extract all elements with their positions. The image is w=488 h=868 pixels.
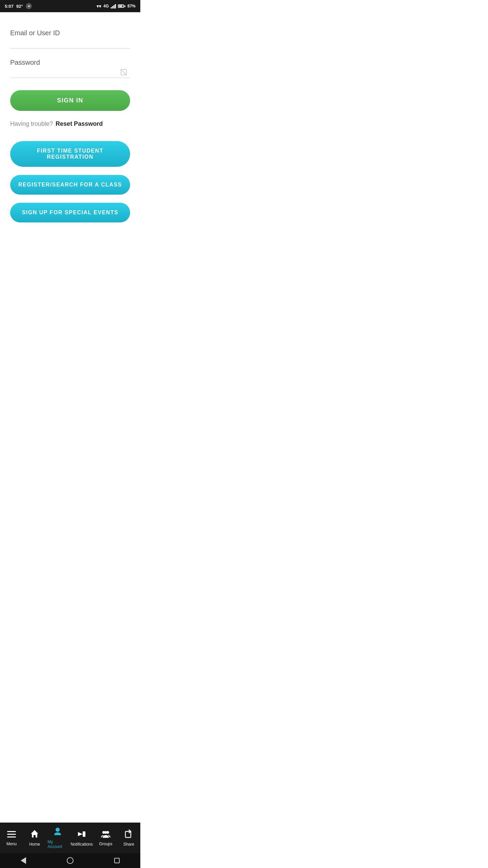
trouble-row: Having trouble? Reset Password (10, 120, 130, 127)
signal-bars (111, 4, 116, 8)
register-search-button[interactable]: REGISTER/SEARCH FOR A CLASS (10, 175, 130, 195)
email-label: Email or User ID (10, 29, 60, 37)
password-section: Password (10, 59, 130, 78)
show-password-icon[interactable] (120, 68, 127, 76)
network-type: 4G (103, 4, 109, 8)
trouble-text: Having trouble? (10, 120, 53, 127)
app-notification-icon: ✦ (26, 3, 32, 9)
svg-line-1 (121, 70, 127, 75)
main-content: Email or User ID Password SIGN IN Having… (0, 12, 140, 287)
status-left: 5:07 92° ✦ (5, 3, 32, 9)
status-right: ▾▾ 4G 87% (97, 4, 136, 9)
password-label: Password (10, 59, 40, 66)
status-temp: 92° (16, 4, 23, 9)
email-input[interactable] (10, 37, 130, 48)
password-input[interactable] (10, 66, 130, 78)
status-time: 5:07 (5, 4, 14, 9)
email-input-wrapper (10, 37, 130, 48)
wifi-icon: ▾▾ (97, 4, 101, 9)
battery-icon (118, 4, 125, 8)
reset-password-link[interactable]: Reset Password (56, 120, 103, 127)
signin-button[interactable]: SIGN IN (10, 90, 130, 111)
password-input-wrapper (10, 66, 130, 78)
battery-percent: 87% (127, 4, 136, 8)
first-time-student-button[interactable]: FIRST TIME STUDENT REGISTRATION (10, 141, 130, 167)
signup-events-button[interactable]: SIGN UP FOR SPECIAL EVENTS (10, 203, 130, 222)
status-bar: 5:07 92° ✦ ▾▾ 4G 87% (0, 0, 140, 12)
